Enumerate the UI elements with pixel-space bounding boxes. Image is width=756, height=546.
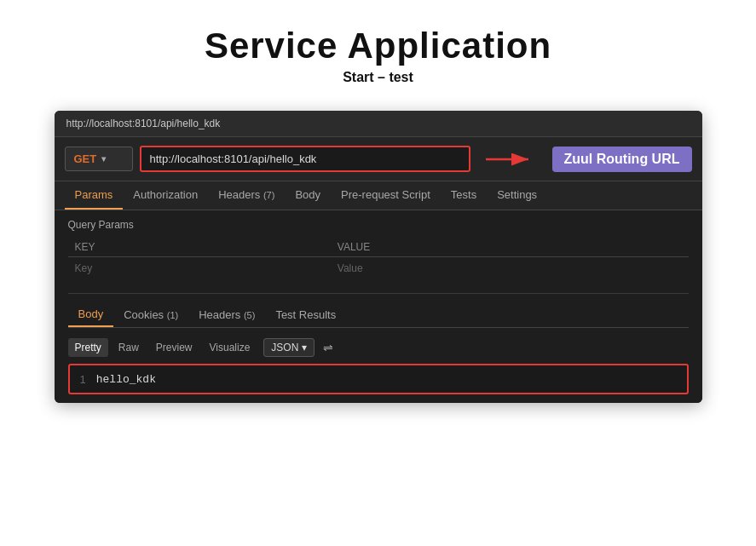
fmt-tab-raw[interactable]: Raw — [112, 338, 146, 357]
chevron-down-icon: ▾ — [101, 154, 106, 164]
tab-settings[interactable]: Settings — [487, 181, 547, 210]
fmt-tab-preview[interactable]: Preview — [149, 338, 199, 357]
chevron-down-icon: ▾ — [302, 342, 307, 353]
key-column-header: KEY — [68, 238, 331, 257]
query-params-label: Query Params — [68, 219, 689, 231]
url-input-wrapper — [140, 146, 470, 172]
tab-body[interactable]: Body — [285, 181, 331, 210]
page-subtitle: Start – test — [343, 70, 413, 85]
url-bar: GET ▾ Zuul Routing URL — [55, 137, 702, 181]
divider — [68, 293, 689, 294]
key-cell: Key — [68, 257, 331, 280]
res-tab-body[interactable]: Body — [68, 302, 114, 327]
res-tab-cookies[interactable]: Cookies (1) — [113, 303, 188, 326]
tab-authorization[interactable]: Authorization — [123, 181, 208, 210]
zuul-routing-label: Zuul Routing URL — [552, 147, 692, 172]
arrow-container — [486, 149, 537, 170]
table-row: Key Value — [68, 257, 689, 280]
fmt-tab-visualize[interactable]: Visualize — [203, 338, 257, 357]
method-select[interactable]: GET ▾ — [65, 147, 133, 171]
response-code-box: 1 hello_kdk — [68, 364, 689, 394]
tab-params[interactable]: Params — [65, 181, 124, 210]
arrow-right-icon — [486, 149, 537, 170]
wrap-icon: ⇌ — [323, 341, 333, 354]
postman-titlebar: http://localhost:8101/api/hello_kdk — [55, 111, 702, 137]
postman-window: http://localhost:8101/api/hello_kdk GET … — [55, 111, 702, 403]
tab-headers[interactable]: Headers (7) — [208, 181, 285, 210]
json-format-select[interactable]: JSON ▾ — [263, 338, 315, 357]
page-title: Service Application — [205, 26, 551, 66]
request-body: Query Params KEY VALUE Key Value Body Co… — [55, 210, 702, 403]
value-column-header: VALUE — [331, 238, 689, 257]
fmt-tab-pretty[interactable]: Pretty — [68, 338, 108, 357]
params-table: KEY VALUE Key Value — [68, 238, 689, 279]
format-tabs: Pretty Raw Preview Visualize JSON ▾ ⇌ — [68, 335, 689, 364]
line-number: 1 — [80, 373, 86, 386]
method-label: GET — [74, 152, 97, 165]
value-cell: Value — [331, 257, 689, 280]
response-value: hello_kdk — [96, 373, 156, 386]
url-input[interactable] — [141, 147, 469, 170]
res-tab-test-results[interactable]: Test Results — [265, 303, 346, 326]
response-tabs: Body Cookies (1) Headers (5) Test Result… — [68, 302, 689, 328]
tab-tests[interactable]: Tests — [441, 181, 487, 210]
request-tabs: Params Authorization Headers (7) Body Pr… — [55, 181, 702, 210]
json-label: JSON — [271, 342, 298, 353]
tab-prerequest[interactable]: Pre-request Script — [331, 181, 441, 210]
res-tab-headers[interactable]: Headers (5) — [188, 303, 265, 326]
